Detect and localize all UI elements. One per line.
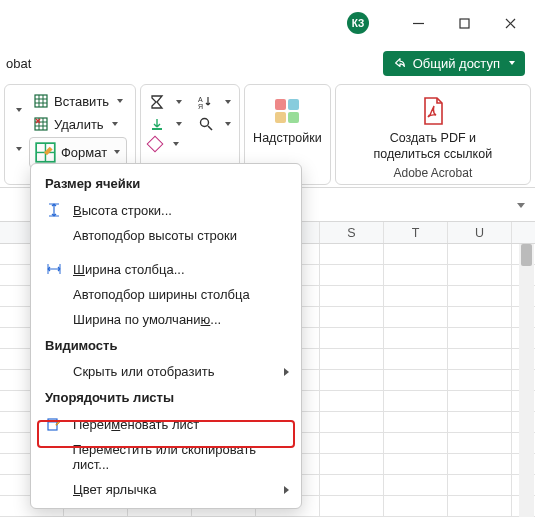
menu-hide-show[interactable]: Скрыть или отобразить [31, 359, 301, 384]
share-label: Общий доступ [413, 56, 500, 71]
col-header[interactable]: U [448, 222, 512, 243]
acrobat-group-label: Adobe Acrobat [393, 162, 472, 180]
menu-label: Автоподбор высоты строки [73, 228, 237, 243]
svg-rect-32 [48, 419, 57, 430]
vertical-scrollbar[interactable] [519, 244, 534, 517]
delete-button[interactable]: Удалить [29, 114, 127, 134]
chevron-down-icon [117, 99, 123, 103]
menu-label: Переместить или скопировать лист... [72, 442, 289, 472]
menu-section-organize-sheets: Упорядочить листы [31, 384, 301, 411]
menu-label: Скрыть или отобразить [73, 364, 214, 379]
chevron-down-icon[interactable] [173, 142, 179, 146]
share-button[interactable]: Общий доступ [383, 51, 525, 76]
insert-cells-icon [33, 93, 49, 109]
svg-rect-25 [288, 99, 299, 110]
user-avatar[interactable]: КЗ [347, 12, 369, 34]
menu-label: Переименовать лист [73, 417, 199, 432]
delete-cells-icon [33, 116, 49, 132]
svg-rect-21 [152, 128, 162, 130]
rename-sheet-icon [45, 416, 63, 432]
chevron-down-icon [509, 61, 515, 65]
svg-rect-4 [35, 95, 47, 107]
svg-rect-27 [288, 112, 299, 123]
svg-rect-26 [275, 112, 286, 123]
svg-rect-24 [275, 99, 286, 110]
chevron-down-icon[interactable] [176, 122, 182, 126]
svg-point-22 [201, 119, 209, 127]
svg-line-23 [208, 126, 212, 130]
menu-autofit-column[interactable]: Автоподбор ширины столбца [31, 282, 301, 307]
scrollbar-thumb[interactable] [521, 244, 532, 266]
minimize-button[interactable] [395, 0, 441, 46]
clear-icon[interactable] [147, 136, 164, 153]
menu-label: Ширина столбца... [73, 262, 185, 277]
menu-section-visibility: Видимость [31, 332, 301, 359]
format-dropdown-menu: Размер ячейки Высота строки... Автоподбо… [30, 163, 302, 509]
menu-label: Автоподбор ширины столбца [73, 287, 250, 302]
menu-autofit-row[interactable]: Автоподбор высоты строки [31, 223, 301, 248]
chevron-down-icon[interactable] [16, 147, 22, 151]
menu-row-height[interactable]: Высота строки... [31, 197, 301, 223]
chevron-down-icon[interactable] [176, 100, 182, 104]
menu-rename-sheet[interactable]: Переименовать лист [31, 411, 301, 437]
col-header[interactable]: S [320, 222, 384, 243]
chevron-down-icon [114, 150, 120, 154]
create-pdf-icon[interactable] [417, 95, 449, 127]
create-pdf-label[interactable]: Создать PDF и поделиться ссылкой [374, 131, 493, 162]
fill-icon[interactable] [149, 116, 165, 132]
find-icon[interactable] [198, 116, 214, 132]
row-height-icon [45, 202, 63, 218]
format-icon [34, 141, 57, 164]
ribbon-tabs: obat Общий доступ [0, 46, 535, 80]
delete-label: Удалить [54, 117, 104, 132]
addins-icon[interactable] [271, 95, 303, 127]
chevron-down-icon[interactable] [16, 108, 22, 112]
menu-move-copy-sheet[interactable]: Переместить или скопировать лист... [31, 437, 301, 477]
sort-filter-icon[interactable]: AЯ [198, 94, 214, 110]
menu-tab-color[interactable]: Цвет ярлычка [31, 477, 301, 502]
insert-label: Вставить [54, 94, 109, 109]
menu-default-width[interactable]: Ширина по умолчанию... [31, 307, 301, 332]
titlebar: КЗ [0, 0, 535, 46]
menu-column-width[interactable]: Ширина столбца... [31, 256, 301, 282]
col-header[interactable]: T [384, 222, 448, 243]
autosum-icon[interactable] [149, 94, 165, 110]
group-acrobat: Создать PDF и поделиться ссылкой Adobe A… [335, 84, 531, 185]
insert-button[interactable]: Вставить [29, 91, 127, 111]
chevron-down-icon[interactable] [225, 100, 231, 104]
share-icon [393, 56, 407, 70]
menu-label: Ширина по умолчанию... [73, 312, 221, 327]
close-button[interactable] [487, 0, 533, 46]
maximize-button[interactable] [441, 0, 487, 46]
menu-label: Цвет ярлычка [73, 482, 156, 497]
addins-label[interactable]: Надстройки [253, 131, 322, 147]
menu-label: Высота строки... [73, 203, 172, 218]
format-label: Формат [61, 145, 107, 160]
svg-text:Я: Я [198, 103, 203, 110]
tab-acrobat[interactable]: obat [6, 56, 31, 71]
svg-text:A: A [198, 96, 203, 103]
chevron-down-icon[interactable] [225, 122, 231, 126]
chevron-down-icon [112, 122, 118, 126]
column-width-icon [45, 261, 63, 277]
menu-section-cell-size: Размер ячейки [31, 170, 301, 197]
svg-rect-1 [460, 19, 469, 28]
